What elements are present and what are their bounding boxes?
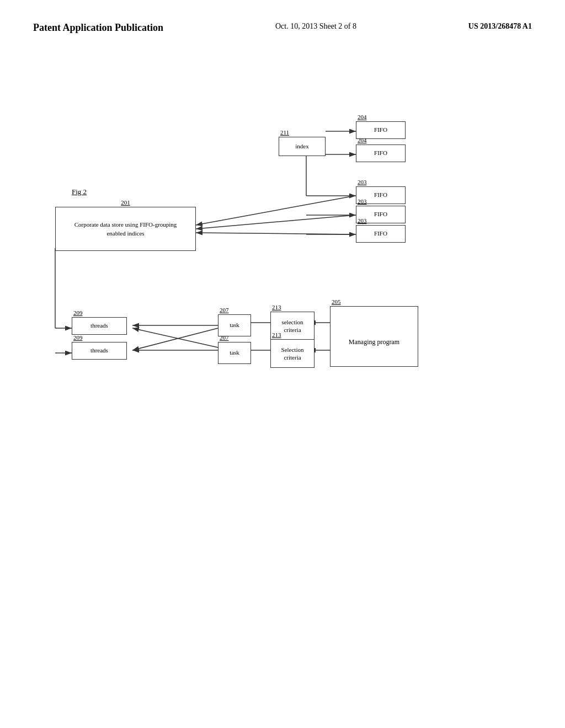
svg-line-18	[132, 328, 218, 347]
figure-label: Fig 2	[72, 188, 87, 196]
box-209a: 209 threads	[72, 317, 127, 335]
svg-line-9	[196, 196, 355, 225]
page-header: Patent Application Publication Oct. 10, …	[0, 0, 565, 45]
box-207a: 207 task	[218, 314, 251, 336]
diagram-area: Fig 2 201 Corporate data store using FIF…	[0, 99, 565, 485]
svg-line-10	[196, 215, 355, 229]
box-207b: 207 task	[218, 342, 251, 364]
box-213b: 213 Selectioncriteria	[270, 339, 315, 368]
publication-title: Patent Application Publication	[33, 22, 163, 34]
box-209b: 209 threads	[72, 342, 127, 360]
box-205: 205 Managing program	[330, 306, 418, 367]
sheet-info: Oct. 10, 2013 Sheet 2 of 8	[275, 22, 356, 31]
box-201: 201 Corporate data store using FIFO-grou…	[55, 207, 196, 251]
page: Patent Application Publication Oct. 10, …	[0, 0, 565, 728]
box-203c: 203 FIFO	[356, 225, 406, 243]
svg-line-17	[132, 328, 218, 350]
patent-number: US 2013/268478 A1	[468, 22, 532, 31]
box-211: 211 index	[279, 137, 326, 156]
box-204b: 204 FIFO	[356, 144, 406, 162]
svg-line-11	[196, 233, 355, 234]
connector-lines	[0, 99, 565, 485]
